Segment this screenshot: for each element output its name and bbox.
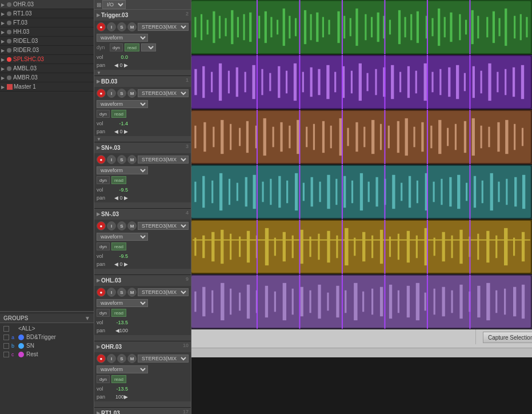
input-button[interactable]: I	[107, 288, 116, 297]
fader-handle[interactable]: ▼	[97, 70, 101, 75]
arrow-icon: ▶	[1, 85, 6, 89]
dyn-button[interactable]: dyn	[97, 110, 110, 118]
mute-button[interactable]: M	[127, 354, 137, 363]
record-button[interactable]: ●	[97, 89, 106, 98]
read-button[interactable]: read	[111, 375, 126, 383]
svg-rect-191	[466, 183, 467, 201]
input-button[interactable]: I	[107, 155, 116, 164]
mute-button[interactable]: M	[127, 155, 137, 164]
group-checkbox[interactable]	[3, 343, 9, 349]
record-button[interactable]: ●	[97, 354, 106, 363]
solo-button[interactable]: S	[117, 288, 126, 297]
sidebar-item-ohr03[interactable]: ▶ OHR.03	[0, 0, 94, 9]
view-select[interactable]: waveform	[97, 365, 148, 373]
record-button[interactable]: ●	[97, 155, 106, 164]
group-letter: c	[11, 352, 16, 357]
mute-button[interactable]: M	[127, 22, 137, 31]
track-lane-rt103[interactable]: Beat Detective Operation: Audio	[191, 329, 532, 358]
group-item-sn[interactable]: b SN	[0, 341, 94, 350]
mute-button[interactable]: M	[127, 221, 137, 230]
vol-row: vol -13.5	[97, 319, 189, 327]
op-edit-smooth[interactable]: Edit Smoothing	[191, 334, 469, 344]
solo-button[interactable]: S	[117, 221, 126, 230]
track-lane-sn+03[interactable]	[191, 110, 532, 165]
group-checkbox[interactable]	[3, 326, 9, 332]
group-item-rest[interactable]: c Rest	[0, 350, 94, 359]
track-lane-trigger03[interactable]	[191, 0, 532, 55]
svg-rect-241	[486, 231, 489, 262]
view-selector[interactable]: I/O	[102, 0, 126, 9]
input-button[interactable]: I	[107, 22, 116, 31]
read-button[interactable]: read	[111, 110, 126, 118]
sidebar-item-hh03[interactable]: ▶ HH.03	[0, 27, 94, 37]
group-dot	[18, 335, 24, 340]
pan-value: ◀ 0 ▶	[111, 195, 128, 201]
arrow-icon: ▶	[1, 75, 6, 80]
sidebar-item-ambr03[interactable]: ▶ AMBR.03	[0, 73, 94, 82]
dyn-button[interactable]: dyn	[97, 242, 110, 250]
read-button[interactable]: read	[111, 309, 126, 317]
svg-rect-116	[246, 121, 249, 153]
group-item-all[interactable]: <ALL>	[0, 324, 94, 333]
track-lane-ohr03[interactable]	[191, 274, 532, 329]
record-button[interactable]: ●	[97, 288, 106, 297]
view-select[interactable]: waveform	[97, 34, 148, 42]
sidebar-item-rider03[interactable]: ▶ RIDER.03	[0, 46, 94, 55]
view-select[interactable]: waveform	[97, 100, 148, 108]
output-select[interactable]: STEREO3(MIX	[138, 222, 189, 230]
vol-pan-section: vol -1.4 pan ◀ 0 ▶	[94, 119, 191, 136]
group-checkbox[interactable]	[3, 352, 9, 357]
mute-button[interactable]: M	[127, 288, 137, 297]
record-button[interactable]: ●	[97, 22, 106, 31]
sidebar-item-ft03[interactable]: ▶ FT.03	[0, 18, 94, 27]
sidebar-item-ambl03[interactable]: ▶ AMBL.03	[0, 64, 94, 73]
read-mode-select[interactable]	[141, 43, 156, 51]
solo-button[interactable]: S	[117, 354, 126, 363]
track-buttons-row: ● I S M STEREO3(MIX	[94, 286, 191, 298]
op-region-conform[interactable]: Region Conform	[191, 329, 469, 332]
pan-row: pan ◀ 0 ▶	[97, 260, 189, 268]
fader-handle[interactable]: ▼	[97, 137, 101, 142]
tracks-scroll[interactable]: Beat Detective Operation: Audio	[191, 0, 532, 414]
read-button[interactable]: read	[125, 43, 139, 51]
dyn-button[interactable]: dyn	[97, 176, 110, 184]
track-lane-bd03[interactable]	[191, 55, 532, 110]
sidebar-item-master1[interactable]: ▶ Master 1	[0, 82, 94, 91]
sidebar-item-ridel03[interactable]: ▶ RIDEL.03	[0, 37, 94, 46]
solo-button[interactable]: S	[117, 155, 126, 164]
output-select[interactable]: STEREO3(MIX	[138, 23, 189, 31]
mute-button[interactable]: M	[127, 89, 137, 98]
input-button[interactable]: I	[107, 221, 116, 230]
svg-rect-211	[221, 230, 223, 264]
output-select[interactable]: STEREO3(MIX	[138, 288, 189, 296]
input-button[interactable]: I	[107, 354, 116, 363]
solo-button[interactable]: S	[117, 89, 126, 98]
pan-value: ◀ 0 ▶	[111, 129, 128, 134]
view-select[interactable]: waveform	[97, 166, 148, 174]
read-button[interactable]: read	[111, 242, 126, 250]
view-select[interactable]: waveform	[97, 233, 148, 241]
track-lane-ohl03[interactable]	[191, 220, 532, 274]
output-select[interactable]: STEREO3(MIX	[138, 156, 189, 164]
sidebar-item-splshc03[interactable]: ▶ SPLSHC.03	[0, 55, 94, 64]
record-button[interactable]: ●	[97, 221, 106, 230]
solo-button[interactable]: S	[117, 22, 126, 31]
track-lane-sn-03[interactable]	[191, 165, 532, 220]
dyn-button[interactable]: dyn	[110, 43, 123, 51]
waveform-sn+03	[191, 110, 532, 164]
sidebar-item-rt103[interactable]: ▶ RT1.03	[0, 9, 94, 18]
input-button[interactable]: I	[107, 89, 116, 98]
dyn-button[interactable]: dyn	[97, 375, 110, 383]
capture-selection-button[interactable]: Capture Selection	[483, 332, 532, 343]
dyn-button[interactable]: dyn	[97, 309, 110, 317]
group-checkbox[interactable]	[3, 335, 9, 340]
group-item-bdtrigger[interactable]: a BD&Trigger	[0, 333, 94, 341]
output-select[interactable]: STEREO3(MIX	[138, 89, 189, 97]
groups-collapse-icon[interactable]: ▼	[85, 315, 90, 321]
view-select[interactable]: waveform	[97, 299, 148, 307]
svg-rect-162	[229, 179, 230, 205]
expand-arrow-icon: ▶	[97, 79, 100, 84]
output-select[interactable]: STEREO3(MIX	[138, 355, 189, 363]
read-button[interactable]: read	[111, 176, 126, 184]
expand-arrow-icon: ▶	[97, 145, 100, 150]
